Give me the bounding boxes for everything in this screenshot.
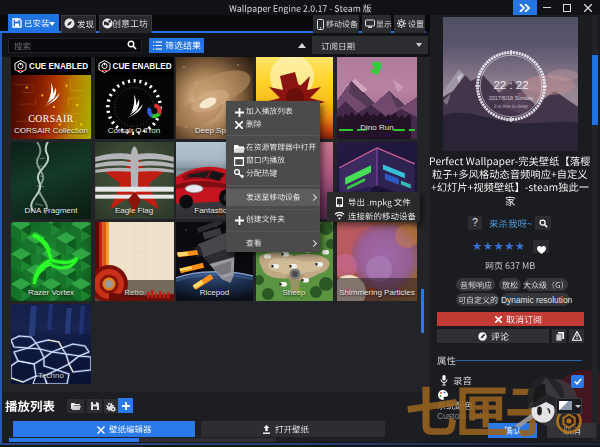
svg-text:2017/6/18 Sunday: 2017/6/18 Sunday: [489, 95, 534, 101]
svg-text:It is time to sleep: It is time to sleep: [494, 104, 528, 109]
svg-text:22 : 22: 22 : 22: [493, 79, 528, 91]
svg-text:CORSAIR: CORSAIR: [28, 113, 73, 124]
